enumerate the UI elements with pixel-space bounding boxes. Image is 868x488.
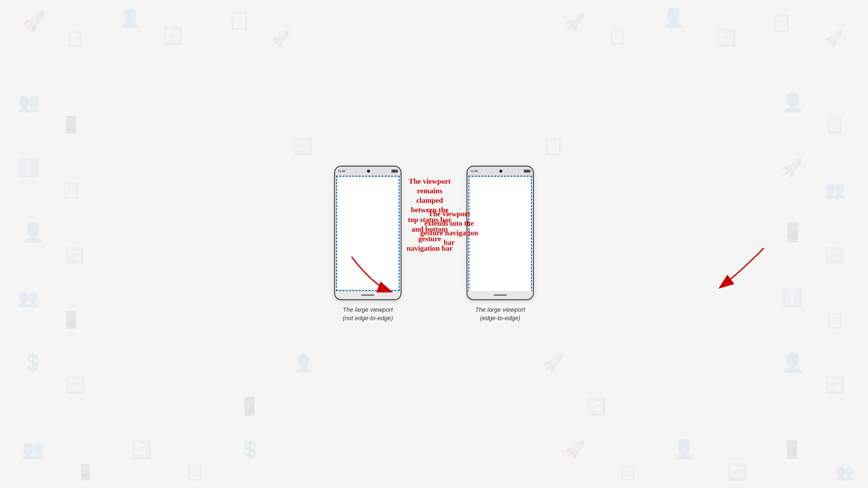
- arrows-overlay: [226, 122, 868, 383]
- camera-left: [367, 170, 370, 173]
- camera-right: [499, 170, 502, 173]
- annotation-right: The viewport extends into the gesture na…: [412, 209, 486, 248]
- phone-caption-left: The large viewport (not edge-to-edge): [343, 305, 393, 322]
- viewport-border-left: [336, 176, 400, 291]
- nav-bar-right: [467, 291, 533, 299]
- nav-pill-left: [361, 295, 374, 296]
- status-time-left: 11:45: [338, 169, 345, 173]
- battery-fill-left: [392, 170, 397, 172]
- phone-mockup-left: 11:45: [334, 166, 401, 300]
- phone-section-left: 11:45 The large viewport (not edge-to-ed…: [334, 166, 401, 322]
- phones-row: The viewport remains clamped between the…: [334, 166, 534, 322]
- nav-bar-left: [335, 291, 401, 299]
- main-content: The viewport remains clamped between the…: [0, 0, 868, 488]
- nav-pill-right: [494, 295, 507, 296]
- phone-caption-right: The large viewport (edge-to-edge): [475, 305, 525, 322]
- status-bar-left: 11:45: [335, 167, 401, 176]
- status-time-right: 11:45: [470, 169, 477, 173]
- battery-right: [524, 170, 530, 173]
- battery-left: [392, 170, 398, 173]
- status-bar-right: 11:45: [467, 167, 533, 176]
- battery-fill-right: [525, 170, 529, 172]
